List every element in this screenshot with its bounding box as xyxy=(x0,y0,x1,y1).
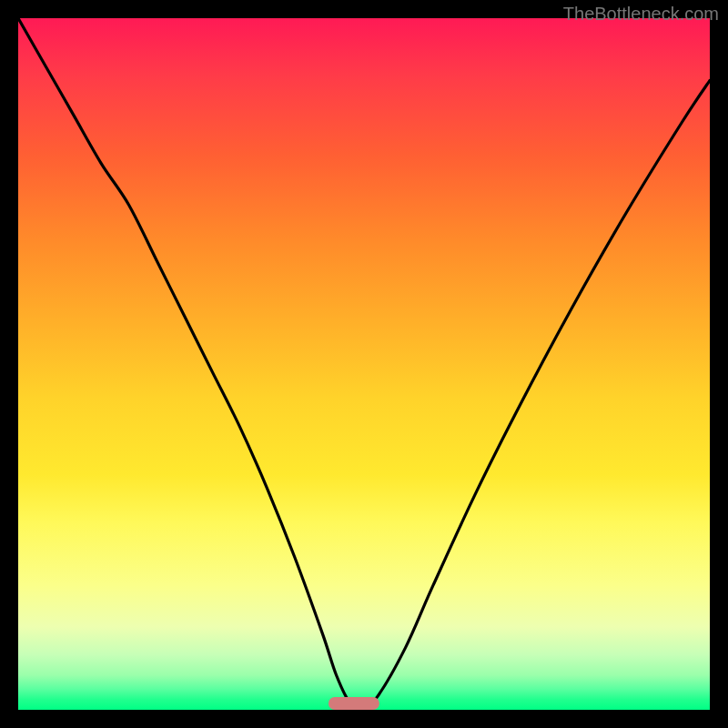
bottleneck-curve xyxy=(18,18,710,710)
curve-path xyxy=(18,18,710,707)
watermark-text: TheBottleneck.com xyxy=(563,4,719,25)
optimal-marker xyxy=(328,697,379,710)
plot-area xyxy=(18,18,710,710)
